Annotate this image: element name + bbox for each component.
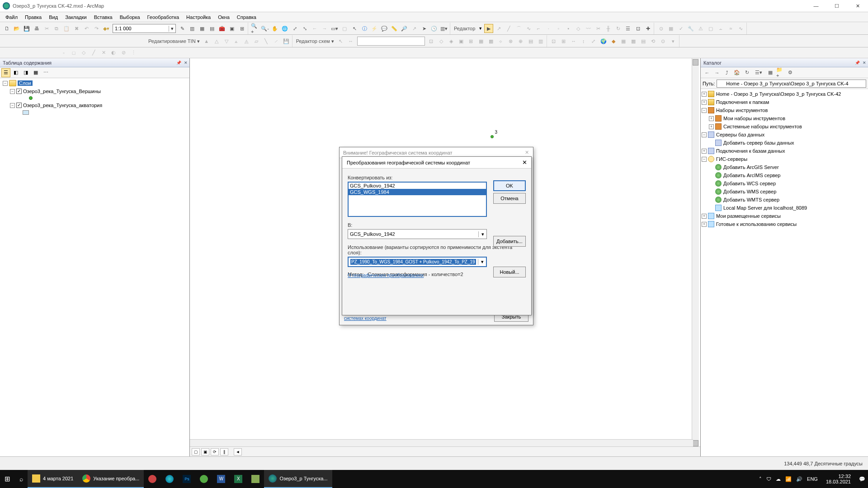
print-icon[interactable]: 🖶 <box>32 24 41 33</box>
scheme-combo[interactable] <box>357 37 425 46</box>
toc-options-icon[interactable]: ⋯ <box>41 68 50 77</box>
fixed-zoom-out-icon[interactable]: ⤡ <box>300 24 309 33</box>
tree-item[interactable]: Подключения к папкам <box>716 99 769 105</box>
tin-face-icon[interactable]: ◬ <box>242 37 251 46</box>
tree-item[interactable]: Наборы инструментов <box>716 108 768 113</box>
cat-refresh-icon[interactable]: ↻ <box>742 68 751 77</box>
align-icon[interactable]: ⫠ <box>716 24 725 33</box>
scheme-1-icon[interactable]: ⊡ <box>427 37 436 46</box>
expand-icon[interactable]: − <box>702 157 707 162</box>
menu-windows[interactable]: Окна <box>214 14 233 21</box>
expand-icon[interactable]: − <box>10 89 15 94</box>
maximize-button[interactable]: ☐ <box>826 0 847 12</box>
undo-icon[interactable]: ↶ <box>82 24 91 33</box>
cancel-button[interactable]: Отмена <box>493 193 526 204</box>
cat-fwd-icon[interactable]: → <box>712 68 722 77</box>
edit-annotation-icon[interactable]: ↗ <box>494 24 503 33</box>
poly-symbol-icon[interactable] <box>23 110 29 115</box>
split-icon[interactable]: ╫ <box>604 24 613 33</box>
find-route-icon[interactable]: ↗ <box>410 24 419 33</box>
menu-insert[interactable]: Вставка <box>90 14 116 21</box>
prev-extent-icon[interactable]: ← <box>310 24 319 33</box>
model-builder-icon[interactable]: ⊞ <box>237 24 246 33</box>
tree-item[interactable]: Добавить сервер базы данных <box>723 140 794 145</box>
catalog-window-icon[interactable]: ▦ <box>198 24 207 33</box>
tree-item[interactable]: Добавить WMS сервер <box>723 189 776 194</box>
tin-add-icon[interactable]: △ <box>212 37 221 46</box>
refresh-view-icon[interactable]: ⟳ <box>211 448 219 455</box>
dataframe-name[interactable]: Слои <box>18 80 33 86</box>
taskbar-ps[interactable]: Ps <box>178 470 195 488</box>
taskbar-app-1[interactable] <box>144 470 161 488</box>
chevron-down-icon[interactable]: ▾ <box>478 231 486 237</box>
tray-lang[interactable]: ENG <box>807 476 818 482</box>
expand-icon[interactable]: + <box>702 100 707 105</box>
menu-file[interactable]: Файл <box>2 14 21 21</box>
full-extent-icon[interactable]: 🌐 <box>280 24 289 33</box>
editor-dropdown[interactable]: Редактор <box>452 26 477 31</box>
catalog-pin-icon[interactable]: 📌 <box>854 59 861 66</box>
menu-edit[interactable]: Правка <box>21 14 45 21</box>
expand-icon[interactable]: − <box>702 108 707 113</box>
zoom-out-icon[interactable]: 🔍- <box>260 24 269 33</box>
layer-checkbox[interactable]: ✓ <box>16 89 22 94</box>
construct-icon[interactable]: ▢ <box>706 24 715 33</box>
expand-icon[interactable]: + <box>709 116 714 121</box>
layer-name[interactable]: Озеро3_река_Тунгуска_Вершины <box>23 89 101 94</box>
python-window-icon[interactable]: ▣ <box>227 24 236 33</box>
end-point-icon[interactable]: ◦ <box>554 24 563 33</box>
vertical-scrollbar[interactable] <box>692 58 699 447</box>
scroll-left-icon[interactable]: ◄ <box>234 448 242 455</box>
zoom-in-icon[interactable]: 🔍+ <box>250 24 259 33</box>
trace-icon[interactable]: ∿ <box>524 24 533 33</box>
tree-item[interactable]: Мои наборы инструментов <box>723 116 785 121</box>
snap-mid-icon[interactable]: ◐ <box>109 48 118 57</box>
taskbar-arcmap[interactable]: Озеро3_р Тунгуска... <box>264 470 332 488</box>
tray-icon[interactable]: ☁ <box>776 476 781 482</box>
midpoint-icon[interactable]: · <box>544 24 553 33</box>
expand-icon[interactable]: + <box>702 92 707 97</box>
tree-item[interactable]: Подключения к базам данных <box>716 148 785 154</box>
tray-wifi-icon[interactable]: 📶 <box>785 476 792 482</box>
toolbar-icon[interactable]: ▥ <box>188 24 197 33</box>
save-icon[interactable]: 💾 <box>22 24 31 33</box>
toc-list-by-source-icon[interactable]: ◧ <box>11 68 20 77</box>
toc-list-by-selection-icon[interactable]: ▦ <box>31 68 40 77</box>
scheme-tool-icon[interactable]: ↖ <box>336 37 345 46</box>
time-slider-icon[interactable]: 🕓 <box>429 24 439 33</box>
arc-segment-icon[interactable]: ⌒ <box>514 24 523 33</box>
taskbar-word[interactable]: W <box>212 470 230 488</box>
paste-icon[interactable]: 📋 <box>62 24 71 33</box>
expand-icon[interactable]: − <box>3 81 8 86</box>
georef-3-icon[interactable]: ↔ <box>569 37 578 46</box>
taskbar-edge[interactable] <box>161 470 178 488</box>
cat-home-icon[interactable]: 🏠 <box>732 68 741 77</box>
add-data-icon[interactable]: ◆▾ <box>102 24 111 33</box>
tin-editing-dropdown[interactable]: Редактирование TIN ▾ <box>146 38 202 44</box>
scale-combo[interactable]: 1:1 000▾ <box>113 24 176 33</box>
next-extent-icon[interactable]: → <box>320 24 329 33</box>
transformation-combo[interactable]: PZ_1990_To_WGS_1984_GOST + Pulkovo_1942_… <box>348 257 487 267</box>
georef-7-icon[interactable]: ▩ <box>629 37 638 46</box>
scheme-move-icon[interactable]: ↔ <box>346 37 355 46</box>
cat-connect-folder-icon[interactable]: 📁+ <box>776 68 785 77</box>
expand-icon[interactable]: + <box>702 214 707 219</box>
select-elements-icon[interactable]: ↖ <box>350 24 359 33</box>
scheme-12-icon[interactable]: ▥ <box>536 37 545 46</box>
pan-icon[interactable]: ✋ <box>270 24 279 33</box>
layer-name[interactable]: Озеро3_река_Тунгуска_акватория <box>23 103 102 108</box>
reshape-icon[interactable]: 〰 <box>584 24 593 33</box>
georef-10-icon[interactable]: ⊙ <box>659 37 668 46</box>
snap-intersect-icon[interactable]: ✕ <box>99 48 108 57</box>
tree-item[interactable]: ГИС-серверы <box>716 156 747 162</box>
cat-back-icon[interactable]: ← <box>703 68 712 77</box>
tree-item[interactable]: Добавить WMTS сервер <box>723 197 779 202</box>
fixed-zoom-in-icon[interactable]: ⤢ <box>290 24 299 33</box>
scroll-up-icon[interactable] <box>693 59 698 66</box>
tin-tag-icon[interactable]: ▱ <box>252 37 261 46</box>
error-inspector-icon[interactable]: ⚠ <box>696 24 705 33</box>
snap-tan-icon[interactable]: ⊘ <box>119 48 128 57</box>
scheme-4-icon[interactable]: ▣ <box>457 37 466 46</box>
coord-systems-link[interactable]: системах координат <box>344 316 387 321</box>
cut-icon[interactable]: ✂ <box>42 24 51 33</box>
